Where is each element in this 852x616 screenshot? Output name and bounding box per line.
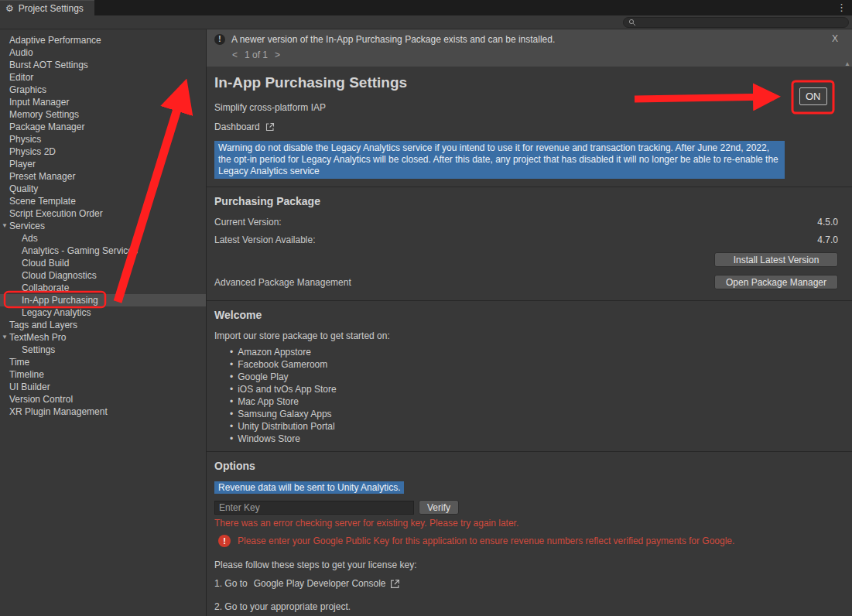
sidebar-item-label: Time bbox=[9, 357, 29, 368]
project-settings-window: ⚙ Project Settings ⋮ Adaptive Performanc… bbox=[0, 0, 852, 616]
sidebar-item-label: Cloud Build bbox=[22, 258, 69, 269]
sidebar-item-label: XR Plugin Management bbox=[9, 406, 108, 417]
current-version-value: 4.5.0 bbox=[817, 217, 838, 228]
store-name: Amazon Appstore bbox=[238, 347, 311, 358]
install-latest-version-button[interactable]: Install Latest Version bbox=[714, 252, 838, 267]
options-section: Options Revenue data will be sent to Uni… bbox=[214, 460, 838, 612]
toolbar bbox=[0, 15, 852, 29]
chevron-down-icon[interactable]: ▼ bbox=[2, 220, 8, 232]
welcome-section: Welcome Import our store package to get … bbox=[214, 309, 838, 445]
sidebar-item-label: Memory Settings bbox=[9, 109, 79, 120]
store-list-item: •Google Play bbox=[230, 371, 838, 383]
page-title: In-App Purchasing Settings bbox=[214, 74, 838, 91]
sidebar-item-adaptive-performance[interactable]: Adaptive Performance bbox=[0, 34, 206, 46]
sidebar-item-label: Settings bbox=[22, 344, 55, 355]
open-package-manager-button[interactable]: Open Package Manager bbox=[714, 275, 838, 289]
sidebar-item-timeline[interactable]: Timeline bbox=[0, 368, 206, 381]
sidebar-item-cloud-build[interactable]: Cloud Build bbox=[0, 257, 206, 269]
sidebar-item-graphics[interactable]: Graphics bbox=[0, 84, 206, 96]
store-name: Unity Distribution Portal bbox=[238, 421, 334, 432]
store-list-item: •iOS and tvOs App Store bbox=[230, 383, 838, 395]
sidebar-item-ads[interactable]: Ads bbox=[0, 232, 206, 245]
sidebar-item-cloud-diagnostics[interactable]: Cloud Diagnostics bbox=[0, 269, 206, 282]
sidebar-item-label: UI Builder bbox=[9, 382, 50, 392]
kebab-menu-icon[interactable]: ⋮ bbox=[837, 0, 847, 15]
sidebar-item-label: Burst AOT Settings bbox=[9, 60, 88, 70]
sidebar-item-xr-plugin-management[interactable]: XR Plugin Management bbox=[0, 406, 206, 418]
sidebar-item-label: Ads bbox=[22, 233, 38, 244]
bullet-icon: • bbox=[230, 384, 233, 395]
current-version-row: Current Version: 4.5.0 bbox=[214, 217, 838, 228]
latest-version-row: Latest Version Available: 4.7.0 bbox=[214, 234, 838, 245]
sidebar-item-label: Audio bbox=[9, 47, 33, 58]
sidebar-item-label: Package Manager bbox=[9, 121, 84, 132]
options-title: Options bbox=[214, 460, 838, 472]
error-icon: ! bbox=[218, 535, 231, 547]
sidebar-item-scene-template[interactable]: Scene Template bbox=[0, 195, 206, 207]
bullet-icon: • bbox=[230, 421, 233, 432]
sidebar-item-label: Editor bbox=[9, 72, 33, 83]
sidebar-item-label: Preset Manager bbox=[9, 171, 75, 182]
google-play-console-link[interactable]: Google Play Developer Console bbox=[254, 578, 386, 589]
dashboard-link[interactable]: Dashboard bbox=[214, 121, 838, 133]
step-1-prefix: 1. Go to bbox=[214, 578, 248, 589]
pager-next-icon[interactable]: > bbox=[275, 50, 280, 60]
scrollbar-up-arrow[interactable]: ▲ bbox=[844, 60, 850, 67]
sidebar-list: Adaptive PerformanceAudioBurst AOT Setti… bbox=[0, 34, 206, 418]
step-1: 1. Go to Google Play Developer Console bbox=[214, 578, 838, 589]
sidebar-item-label: Input Manager bbox=[9, 97, 69, 108]
sidebar-item-legacy-analytics[interactable]: Legacy Analytics bbox=[0, 306, 206, 319]
sidebar-item-ui-builder[interactable]: UI Builder bbox=[0, 381, 206, 393]
external-link-icon bbox=[390, 579, 400, 589]
sidebar-item-package-manager[interactable]: Package Manager bbox=[0, 121, 206, 133]
google-key-error-text: Please enter your Google Public Key for … bbox=[238, 535, 734, 546]
purchasing-package-title: Purchasing Package bbox=[214, 195, 838, 207]
sidebar-item-in-app-purchasing[interactable]: In-App Purchasing bbox=[0, 294, 206, 306]
dashboard-link-label: Dashboard bbox=[214, 121, 260, 132]
pager-label: 1 of 1 bbox=[245, 50, 268, 60]
window-title: Project Settings bbox=[19, 3, 84, 14]
sidebar-item-input-manager[interactable]: Input Manager bbox=[0, 96, 206, 108]
sidebar-item-label: Physics 2D bbox=[9, 146, 56, 157]
sidebar-item-textmesh-pro[interactable]: ▼TextMesh Pro bbox=[0, 331, 206, 344]
step-2: 2. Go to your appropriate project. bbox=[214, 601, 838, 612]
sidebar-item-collaborate[interactable]: Collaborate bbox=[0, 282, 206, 294]
window-tab-project-settings[interactable]: ⚙ Project Settings bbox=[0, 0, 94, 15]
sidebar-item-label: Tags and Layers bbox=[9, 320, 77, 330]
pager-prev-icon[interactable]: < bbox=[232, 50, 238, 60]
sidebar-item-burst-aot-settings[interactable]: Burst AOT Settings bbox=[0, 59, 206, 71]
sidebar-item-memory-settings[interactable]: Memory Settings bbox=[0, 108, 206, 121]
sidebar-item-label: Legacy Analytics bbox=[22, 307, 91, 318]
sidebar-item-editor[interactable]: Editor bbox=[0, 71, 206, 84]
purchasing-package-section: Purchasing Package Current Version: 4.5.… bbox=[214, 195, 838, 289]
latest-version-label: Latest Version Available: bbox=[214, 234, 316, 245]
sidebar-item-label: Adaptive Performance bbox=[9, 35, 101, 46]
search-input[interactable] bbox=[623, 17, 849, 28]
sidebar-item-tags-and-layers[interactable]: Tags and Layers bbox=[0, 319, 206, 331]
sidebar-item-physics[interactable]: Physics bbox=[0, 133, 206, 145]
store-list-item: •Amazon Appstore bbox=[230, 346, 838, 358]
sidebar-item-version-control[interactable]: Version Control bbox=[0, 393, 206, 406]
verify-button[interactable]: Verify bbox=[419, 500, 459, 515]
sidebar-item-label: Analytics - Gaming Services bbox=[22, 245, 138, 256]
welcome-intro: Import our store package to get started … bbox=[214, 330, 838, 341]
iap-on-toggle[interactable]: ON bbox=[799, 87, 827, 105]
sidebar-item-preset-manager[interactable]: Preset Manager bbox=[0, 170, 206, 183]
sidebar-item-physics-2d[interactable]: Physics 2D bbox=[0, 145, 206, 158]
chevron-down-icon[interactable]: ▼ bbox=[2, 331, 8, 344]
simplify-iap-label: Simplify cross-platform IAP bbox=[214, 102, 838, 115]
sidebar-item-quality[interactable]: Quality bbox=[0, 183, 206, 195]
sidebar-item-services[interactable]: ▼Services bbox=[0, 220, 206, 232]
sidebar-item-label: TextMesh Pro bbox=[9, 332, 66, 343]
sidebar-item-audio[interactable]: Audio bbox=[0, 46, 206, 59]
welcome-title: Welcome bbox=[214, 309, 838, 321]
sidebar-item-script-execution-order[interactable]: Script Execution Order bbox=[0, 207, 206, 220]
license-key-input[interactable] bbox=[214, 501, 414, 515]
sidebar-item-analytics-gaming-services[interactable]: Analytics - Gaming Services bbox=[0, 245, 206, 257]
sidebar-item-settings[interactable]: Settings bbox=[0, 344, 206, 356]
bullet-icon: • bbox=[230, 347, 233, 358]
store-name: Windows Store bbox=[238, 433, 300, 444]
sidebar-item-player[interactable]: Player bbox=[0, 158, 206, 170]
sidebar-item-time[interactable]: Time bbox=[0, 356, 206, 368]
close-icon[interactable]: X bbox=[832, 33, 838, 44]
